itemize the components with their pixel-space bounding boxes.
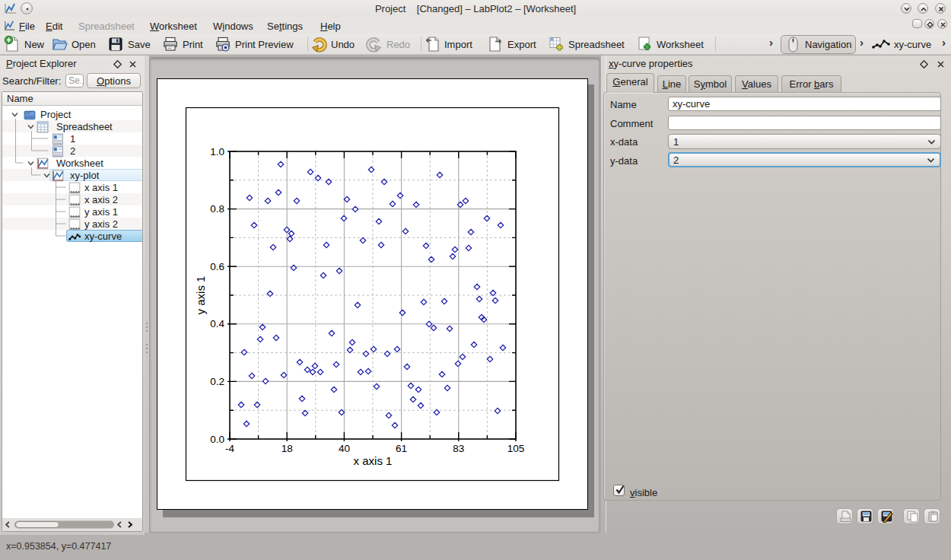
svg-text:18: 18 xyxy=(281,443,293,454)
svg-text:0.2: 0.2 xyxy=(210,376,224,387)
svg-text:83: 83 xyxy=(453,443,464,454)
svg-text:61: 61 xyxy=(396,443,407,454)
svg-text:0.8: 0.8 xyxy=(210,203,224,215)
svg-text:0.0: 0.0 xyxy=(210,434,224,445)
svg-text:-4: -4 xyxy=(225,443,234,454)
svg-text:105: 105 xyxy=(507,443,525,454)
svg-text:1.0: 1.0 xyxy=(210,146,224,158)
svg-text:40: 40 xyxy=(339,443,350,454)
svg-text:0.4: 0.4 xyxy=(210,318,224,329)
svg-text:x axis 1: x axis 1 xyxy=(354,454,393,467)
svg-text:y axis 1: y axis 1 xyxy=(194,276,207,315)
svg-text:0.6: 0.6 xyxy=(210,261,224,272)
